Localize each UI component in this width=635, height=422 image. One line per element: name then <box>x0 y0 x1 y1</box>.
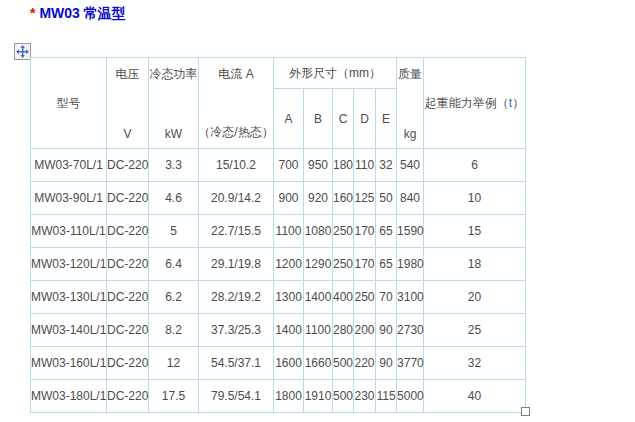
cell-current: 37.3/25.3 <box>199 314 274 347</box>
header-dim-c: C <box>333 89 354 149</box>
cell-current: 20.9/14.2 <box>199 182 274 215</box>
cell-dim-b: 1660 <box>304 347 333 380</box>
cell-dim-a: 700 <box>274 149 304 182</box>
cell-power: 6.2 <box>149 281 199 314</box>
cell-dim-a: 1300 <box>274 281 304 314</box>
cell-dim-a: 1600 <box>274 347 304 380</box>
cell-dim-e: 90 <box>376 347 397 380</box>
cell-model: MW03-120L/1 <box>31 248 107 281</box>
cell-current: 79.5/54.1 <box>199 380 274 413</box>
header-model: 型号 <box>31 58 107 149</box>
cell-dim-b: 1290 <box>304 248 333 281</box>
cell-model: MW03-70L/1 <box>31 149 107 182</box>
cell-capacity: 18 <box>424 248 526 281</box>
cell-mass: 2730 <box>397 314 424 347</box>
header-capacity-prefix: 起重能力举例（ <box>425 96 509 110</box>
cell-dim-a: 1800 <box>274 380 304 413</box>
header-voltage-label: 电压 <box>116 66 140 83</box>
cell-model: MW03-90L/1 <box>31 182 107 215</box>
cell-dim-b: 1910 <box>304 380 333 413</box>
header-mass-unit: kg <box>404 127 417 141</box>
cell-dim-c: 250 <box>333 215 354 248</box>
cell-dim-b: 1400 <box>304 281 333 314</box>
spec-row: MW03-120L/1 DC-220 6.4 29.1/19.8 1200 12… <box>31 248 526 281</box>
cell-dim-d: 250 <box>354 281 376 314</box>
cell-model: MW03-180L/1 <box>31 380 107 413</box>
cell-mass: 3770 <box>397 347 424 380</box>
header-current-sub: （冷态/热态） <box>198 124 273 141</box>
cell-dim-d: 230 <box>354 380 376 413</box>
cell-model: MW03-110L/1 <box>31 215 107 248</box>
cell-dim-d: 170 <box>354 248 376 281</box>
cell-power: 12 <box>149 347 199 380</box>
header-current-label: 电流 A <box>218 66 253 83</box>
cell-capacity: 40 <box>424 380 526 413</box>
cell-model: MW03-160L/1 <box>31 347 107 380</box>
header-dim-e: E <box>376 89 397 149</box>
cell-dim-b: 1080 <box>304 215 333 248</box>
header-capacity-suffix: ） <box>512 96 524 110</box>
cell-voltage: DC-220 <box>107 149 149 182</box>
cell-dim-a: 1100 <box>274 215 304 248</box>
cell-dim-d: 110 <box>354 149 376 182</box>
cell-dim-e: 50 <box>376 182 397 215</box>
cell-dim-e: 90 <box>376 314 397 347</box>
cell-power: 3.3 <box>149 149 199 182</box>
cell-dim-e: 70 <box>376 281 397 314</box>
cell-mass: 540 <box>397 149 424 182</box>
spec-table: 型号 电压 V 冷态功率 kW 电流 A （冷态/热态） <box>30 57 526 413</box>
cell-dim-c: 500 <box>333 347 354 380</box>
cell-power: 6.4 <box>149 248 199 281</box>
cell-dim-b: 920 <box>304 182 333 215</box>
header-dim-d: D <box>354 89 376 149</box>
page: *MW03 常温型 型号 电压 <box>0 0 635 422</box>
cell-current: 28.2/19.2 <box>199 281 274 314</box>
header-dimensions: 外形尺寸（mm） <box>274 58 397 89</box>
page-title: *MW03 常温型 <box>30 5 126 23</box>
page-title-text: MW03 常温型 <box>39 5 125 21</box>
spec-row: MW03-160L/1 DC-220 12 54.5/37.1 1600 166… <box>31 347 526 380</box>
cell-mass: 840 <box>397 182 424 215</box>
cell-dim-c: 400 <box>333 281 354 314</box>
cell-capacity: 20 <box>424 281 526 314</box>
spec-row: MW03-130L/1 DC-220 6.2 28.2/19.2 1300 14… <box>31 281 526 314</box>
cell-voltage: DC-220 <box>107 215 149 248</box>
cell-dim-e: 65 <box>376 248 397 281</box>
cell-dim-e: 32 <box>376 149 397 182</box>
cell-voltage: DC-220 <box>107 182 149 215</box>
cell-current: 22.7/15.5 <box>199 215 274 248</box>
cell-dim-e: 115 <box>376 380 397 413</box>
table-resize-handle[interactable] <box>521 407 530 416</box>
header-mass: 质量 kg <box>397 58 424 149</box>
cell-mass: 1980 <box>397 248 424 281</box>
header-cold-power-label: 冷态功率 <box>150 66 198 83</box>
cell-voltage: DC-220 <box>107 380 149 413</box>
cell-dim-a: 1400 <box>274 314 304 347</box>
cell-dim-c: 180 <box>333 149 354 182</box>
cell-dim-d: 170 <box>354 215 376 248</box>
cell-power: 4.6 <box>149 182 199 215</box>
title-asterisk: * <box>30 5 35 21</box>
cell-dim-d: 200 <box>354 314 376 347</box>
cell-power: 17.5 <box>149 380 199 413</box>
cell-capacity: 10 <box>424 182 526 215</box>
cell-power: 5 <box>149 215 199 248</box>
cell-mass: 1590 <box>397 215 424 248</box>
cell-dim-c: 160 <box>333 182 354 215</box>
cell-dim-b: 1100 <box>304 314 333 347</box>
spec-row: MW03-180L/1 DC-220 17.5 79.5/54.1 1800 1… <box>31 380 526 413</box>
table-move-icon[interactable] <box>14 43 31 60</box>
cell-dim-e: 65 <box>376 215 397 248</box>
cell-dim-d: 125 <box>354 182 376 215</box>
cell-current: 15/10.2 <box>199 149 274 182</box>
cell-dim-d: 220 <box>354 347 376 380</box>
move-arrows-icon <box>16 45 29 58</box>
header-dim-b: B <box>304 89 333 149</box>
cell-mass: 5000 <box>397 380 424 413</box>
cell-current: 54.5/37.1 <box>199 347 274 380</box>
cell-mass: 3100 <box>397 281 424 314</box>
header-current: 电流 A （冷态/热态） <box>199 58 274 149</box>
header-capacity: 起重能力举例（t） <box>424 58 526 149</box>
cell-capacity: 6 <box>424 149 526 182</box>
cell-current: 29.1/19.8 <box>199 248 274 281</box>
